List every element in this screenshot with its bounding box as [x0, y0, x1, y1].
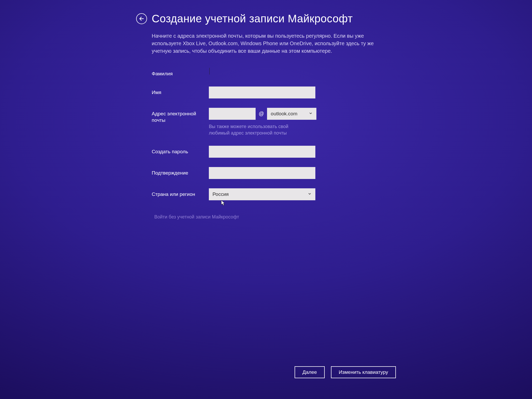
country-label: Страна или регион	[152, 188, 209, 198]
country-select[interactable]: Россия	[209, 188, 315, 200]
email-hint: Вы также можете использовать свой любимы…	[209, 123, 302, 136]
signin-without-account-link[interactable]: Войти без учетной записи Майкрософт	[154, 214, 239, 220]
confirm-label: Подтверждение	[152, 167, 209, 176]
arrow-left-icon	[139, 16, 144, 22]
firstname-label: Имя	[152, 87, 209, 96]
change-keyboard-button[interactable]: Изменить клавиатуру	[331, 366, 396, 378]
lastname-label: Фамилия	[152, 68, 209, 77]
password-label: Создать пароль	[152, 146, 209, 155]
password-input[interactable]	[209, 146, 315, 158]
page-title: Создание учетной записи Майкрософт	[152, 12, 353, 25]
back-button[interactable]	[136, 13, 147, 24]
email-at-symbol: @	[259, 111, 264, 117]
firstname-input[interactable]	[209, 87, 315, 98]
next-button[interactable]: Далее	[295, 366, 325, 378]
email-user-input[interactable]	[209, 108, 256, 120]
instructions-text: Начните с адреса электронной почты, кото…	[152, 32, 385, 55]
chevron-down-icon	[309, 111, 313, 117]
email-domain-select[interactable]: outlook.com	[267, 108, 316, 120]
country-selected: Россия	[212, 191, 229, 197]
lastname-input[interactable]	[209, 68, 210, 75]
confirm-password-input[interactable]	[209, 167, 315, 179]
email-label: Адрес электронной почты	[152, 108, 209, 124]
email-domain-selected: outlook.com	[271, 111, 297, 117]
chevron-down-icon	[308, 191, 312, 197]
